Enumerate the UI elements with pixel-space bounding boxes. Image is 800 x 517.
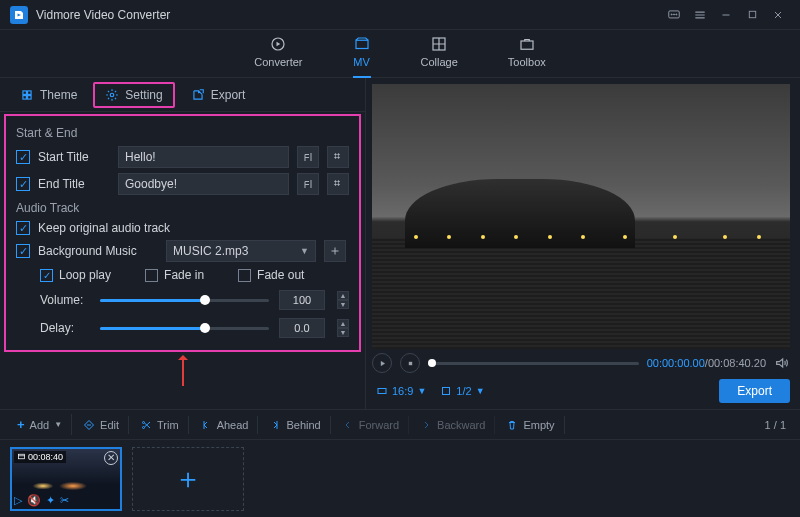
checkbox-fadein[interactable] <box>145 269 158 282</box>
page-select[interactable]: 1/2 ▼ <box>440 385 484 397</box>
delay-down[interactable]: ▼ <box>337 328 349 337</box>
label-loop: Loop play <box>59 268 111 282</box>
checkbox-bg-music[interactable] <box>16 244 30 258</box>
preview-options: 16:9 ▼ 1/2 ▼ Export <box>366 373 800 409</box>
play-button[interactable] <box>372 353 392 373</box>
svg-rect-23 <box>378 389 386 394</box>
toolbar-add[interactable]: +Add▼ <box>8 414 72 435</box>
svg-rect-24 <box>443 388 450 395</box>
font-button-start[interactable] <box>297 146 319 168</box>
svg-rect-8 <box>521 41 533 49</box>
svg-point-26 <box>143 421 145 423</box>
tab-mv[interactable]: MV <box>353 35 371 72</box>
aspect-ratio-select[interactable]: 16:9 ▼ <box>376 385 426 397</box>
select-bg-music[interactable]: MUSIC 2.mp3 ▼ <box>166 240 316 262</box>
svg-rect-11 <box>23 95 27 99</box>
stop-button[interactable] <box>400 353 420 373</box>
body: Theme Setting Export Start & End Start T… <box>0 78 800 409</box>
slider-volume[interactable] <box>100 299 269 302</box>
svg-point-18 <box>335 181 337 183</box>
volume-icon[interactable] <box>774 355 790 371</box>
svg-rect-9 <box>23 90 27 94</box>
export-button[interactable]: Export <box>719 379 790 403</box>
feedback-icon[interactable] <box>662 3 686 27</box>
toolbar-forward[interactable]: Forward <box>333 416 409 434</box>
svg-point-21 <box>338 184 340 186</box>
clip-thumbnail[interactable]: 00:08:40 ✕ ▷ 🔇 ✦ ✂ <box>10 447 122 511</box>
video-preview[interactable] <box>372 84 790 349</box>
tab-toolbox[interactable]: Toolbox <box>508 35 546 72</box>
time-display: 00:00:00.00/00:08:40.20 <box>647 357 766 369</box>
toolbar-behind[interactable]: Behind <box>260 416 330 434</box>
svg-point-16 <box>335 157 337 159</box>
maximize-button[interactable] <box>740 3 764 27</box>
value-delay[interactable]: 0.0 <box>279 318 325 338</box>
color-button-end[interactable] <box>327 173 349 195</box>
tab-converter[interactable]: Converter <box>254 35 302 72</box>
clip-star-icon[interactable]: ✦ <box>46 494 55 507</box>
toolbar-empty[interactable]: Empty <box>497 416 564 434</box>
color-button-start[interactable] <box>327 146 349 168</box>
add-music-button[interactable] <box>324 240 346 262</box>
clip-remove-button[interactable]: ✕ <box>104 451 118 465</box>
playback-controls: 00:00:00.00/00:08:40.20 <box>366 349 800 373</box>
value-volume[interactable]: 100 <box>279 290 325 310</box>
minimize-button[interactable] <box>714 3 738 27</box>
svg-rect-27 <box>19 454 25 459</box>
main-nav: Converter MV Collage Toolbox <box>0 30 800 78</box>
close-button[interactable] <box>766 3 790 27</box>
row-end-title: End Title Goodbye! <box>16 173 349 195</box>
label-fadeout: Fade out <box>257 268 304 282</box>
subtab-setting[interactable]: Setting <box>93 82 174 108</box>
toolbar-edit[interactable]: Edit <box>74 416 129 434</box>
toolbar-trim[interactable]: Trim <box>131 416 189 434</box>
subtab-export-label: Export <box>211 88 246 102</box>
menu-icon[interactable] <box>688 3 712 27</box>
progress-bar[interactable] <box>428 362 639 365</box>
label-keep-original: Keep original audio track <box>38 221 170 235</box>
label-delay: Delay: <box>40 321 90 335</box>
checkbox-keep-original[interactable] <box>16 221 30 235</box>
toolbar-backward[interactable]: Backward <box>411 416 495 434</box>
checkbox-start-title[interactable] <box>16 150 30 164</box>
app-window: Vidmore Video Converter Converter MV Col… <box>0 0 800 517</box>
row-delay: Delay: 0.0 ▲▼ <box>40 318 349 338</box>
checkbox-fadeout[interactable] <box>238 269 251 282</box>
checkbox-loop[interactable] <box>40 269 53 282</box>
tab-collage[interactable]: Collage <box>421 35 458 72</box>
subtab-theme[interactable]: Theme <box>8 82 89 108</box>
volume-up[interactable]: ▲ <box>337 291 349 300</box>
checkbox-end-title[interactable] <box>16 177 30 191</box>
tab-toolbox-label: Toolbox <box>508 56 546 68</box>
delay-up[interactable]: ▲ <box>337 319 349 328</box>
svg-point-1 <box>671 13 672 14</box>
subtab-setting-label: Setting <box>125 88 162 102</box>
callout-arrow-icon <box>182 350 184 386</box>
clip-trim-icon[interactable]: ✂ <box>60 494 69 507</box>
svg-point-13 <box>111 93 115 97</box>
svg-rect-22 <box>409 362 412 365</box>
subtab-export[interactable]: Export <box>179 82 258 108</box>
add-clip-button[interactable]: ＋ <box>132 447 244 511</box>
toolbar-ahead[interactable]: Ahead <box>191 416 259 434</box>
slider-delay[interactable] <box>100 327 269 330</box>
setting-panel: Start & End Start Title Hello! End Title… <box>4 114 361 352</box>
svg-point-20 <box>335 184 337 186</box>
svg-point-2 <box>673 13 674 14</box>
label-start-title: Start Title <box>38 150 110 164</box>
svg-rect-4 <box>749 11 755 17</box>
app-title: Vidmore Video Converter <box>36 8 170 22</box>
font-button-end[interactable] <box>297 173 319 195</box>
volume-down[interactable]: ▼ <box>337 300 349 309</box>
clip-play-icon[interactable]: ▷ <box>14 494 22 507</box>
label-end-title: End Title <box>38 177 110 191</box>
app-logo-icon <box>10 6 28 24</box>
tab-converter-label: Converter <box>254 56 302 68</box>
input-end-title[interactable]: Goodbye! <box>118 173 289 195</box>
section-audio-track: Audio Track <box>16 201 349 215</box>
svg-point-17 <box>338 157 340 159</box>
tab-collage-label: Collage <box>421 56 458 68</box>
section-start-end: Start & End <box>16 126 349 140</box>
clip-mute-icon[interactable]: 🔇 <box>27 494 41 507</box>
input-start-title[interactable]: Hello! <box>118 146 289 168</box>
